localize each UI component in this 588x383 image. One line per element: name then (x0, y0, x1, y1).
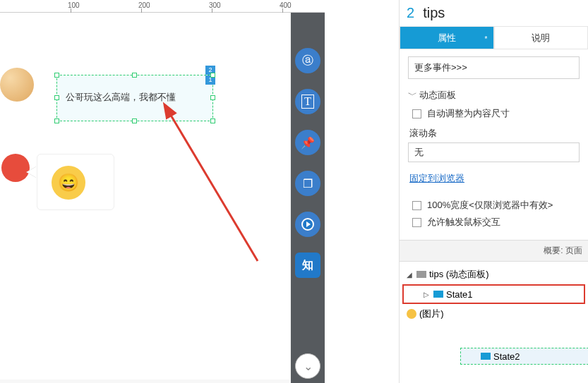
annotation-red-box: State2 ▷ State1 (402, 284, 585, 304)
resize-handle[interactable] (210, 118, 215, 123)
resize-handle[interactable] (210, 73, 215, 78)
outline-header[interactable]: 概要: 页面 (400, 240, 588, 262)
panel-icon (416, 271, 426, 278)
panel-tabs: 属性 * 说明 (400, 27, 588, 49)
tab-description[interactable]: 说明 (494, 27, 589, 49)
tool-collapse-icon[interactable]: ⌄ (295, 353, 320, 379)
speech-bubble-2[interactable]: 😄 (37, 154, 114, 210)
checkbox-icon (412, 218, 421, 227)
pin-to-browser-link[interactable]: 固定到浏览器 (409, 172, 464, 185)
scrollbar-select[interactable]: 无 (408, 142, 580, 162)
tool-play-icon[interactable] (295, 212, 320, 237)
tool-copy-icon[interactable]: ❐ (295, 171, 320, 196)
more-events-button[interactable]: 更多事件>>> (408, 56, 580, 79)
avatar-2[interactable] (1, 154, 30, 182)
triangle-right-icon: ▷ (424, 291, 431, 298)
canvas-area: 100 200 300 400 😄 公哥玩这么高端，我都不懂 2 1 (0, 0, 325, 383)
vertical-toolbar: ⓐ T 📌 ❐ 知 ⌄ (291, 13, 325, 383)
ruler-tick-300: 300 (209, 1, 221, 9)
emoji-laugh-icon: 😄 (52, 166, 85, 200)
selection-name: tips (423, 5, 445, 21)
checkbox-allow-mouse[interactable]: 允许触发鼠标交互 (412, 216, 580, 229)
resize-handle[interactable] (210, 95, 215, 100)
image-icon (407, 309, 416, 319)
resize-handle[interactable] (54, 118, 59, 123)
selected-widget-text: 公哥玩这么高端，我都不懂 (66, 91, 176, 104)
state-icon (481, 353, 491, 360)
tree-node-tips[interactable]: ◢ tips (动态面板) (402, 266, 585, 283)
canvas-stage[interactable]: 😄 公哥玩这么高端，我都不懂 2 1 (0, 13, 289, 379)
outline-tree: ◢ tips (动态面板) State2 ▷ State1 (图片) (400, 262, 588, 327)
tab-properties[interactable]: 属性 * (400, 27, 494, 49)
avatar-1[interactable] (0, 68, 34, 102)
resize-handle[interactable] (54, 73, 59, 78)
panel-header: 2 tips (400, 0, 588, 27)
checkbox-auto-resize[interactable]: 自动调整为内容尺寸 (412, 107, 580, 120)
selected-widget[interactable]: 公哥玩这么高端，我都不懂 2 1 (56, 75, 213, 121)
tool-zhihu-icon[interactable]: 知 (295, 253, 320, 278)
selection-index: 2 (407, 5, 414, 21)
checkbox-icon (412, 201, 421, 210)
scrollbar-label: 滚动条 (409, 127, 580, 140)
state-icon (433, 291, 443, 298)
speech-bubble-tail (27, 166, 37, 178)
ruler-horizontal: 100 200 300 400 (0, 0, 325, 13)
tool-pin-icon[interactable]: 📌 (295, 130, 320, 155)
tool-text-icon[interactable]: T (295, 89, 320, 114)
tree-node-state2[interactable]: State2 (460, 348, 588, 365)
section-dynamic-panel[interactable]: ﹀ 动态面板 (408, 89, 580, 102)
resize-handle[interactable] (132, 73, 137, 78)
checkbox-icon (412, 109, 421, 118)
triangle-down-icon: ◢ (407, 271, 414, 279)
ruler-tick-200: 200 (138, 1, 150, 9)
resize-handle[interactable] (54, 95, 59, 100)
ruler-tick-400: 400 (280, 1, 292, 9)
tree-node-image[interactable]: (图片) (402, 305, 585, 322)
tree-node-state1[interactable]: ▷ State1 (404, 286, 584, 303)
tool-annotate-icon[interactable]: ⓐ (295, 48, 320, 73)
resize-handle[interactable] (132, 118, 137, 123)
inspector-panel: 2 tips 属性 * 说明 更多事件>>> ﹀ 动态面板 自动调整为内容尺寸 … (399, 0, 588, 383)
checkbox-full-width[interactable]: 100%宽度<仅限浏览器中有效> (412, 199, 580, 212)
modified-indicator: * (485, 28, 488, 51)
chevron-down-icon: ﹀ (408, 89, 415, 102)
ruler-tick-100: 100 (68, 1, 80, 9)
